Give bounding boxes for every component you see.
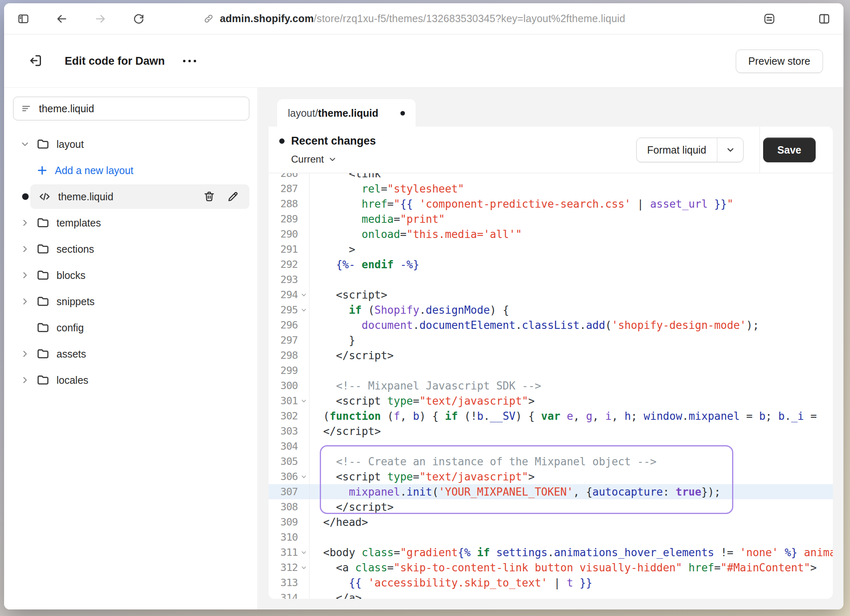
code-line-303[interactable]: 303 </script> (269, 424, 833, 439)
format-liquid-dropdown[interactable] (717, 138, 743, 162)
sidebar-toggle-icon[interactable] (16, 12, 30, 26)
exit-code-editor-icon[interactable] (28, 53, 44, 69)
code-line-291[interactable]: 291 > (269, 242, 833, 257)
tree-item-snippets[interactable]: snippets (13, 288, 249, 315)
code-line-306[interactable]: 306 <script type="text/javascript"> (269, 469, 833, 484)
save-button[interactable]: Save (763, 138, 816, 162)
split-view-icon[interactable] (817, 12, 831, 26)
line-number: 302 (280, 410, 298, 422)
code-line-300[interactable]: 300 <!-- Mixpanel Javascript SDK --> (269, 378, 833, 393)
line-number: 311 (280, 546, 298, 558)
format-liquid-button[interactable]: Format liquid (636, 138, 744, 162)
code-line-293[interactable]: 293 (269, 272, 833, 287)
tree-item-config[interactable]: config (13, 315, 249, 341)
tree-item-sections[interactable]: sections (13, 236, 249, 262)
code-lines: 286 <link287 rel="stylesheet"288 href="{… (269, 173, 833, 599)
code-line-299[interactable]: 299 (269, 363, 833, 378)
fold-slot-empty (298, 499, 309, 514)
code-line-302[interactable]: 302 (function (f, b) { if (!b.__SV) { va… (269, 408, 833, 424)
line-number: 287 (280, 183, 298, 195)
fold-chevron-icon[interactable] (298, 287, 309, 302)
code-text: (function (f, b) { if (!b.__SV) { var e,… (310, 408, 833, 424)
line-number: 291 (280, 243, 298, 255)
code-line-310[interactable]: 310 (269, 530, 833, 545)
chevron-right-icon[interactable] (19, 374, 31, 386)
fold-slot-empty (298, 242, 309, 257)
tree-item-label: Add a new layout (55, 165, 133, 177)
chevron-right-icon[interactable] (19, 269, 31, 281)
code-line-295[interactable]: 295 if (Shopify.designMode) { (269, 302, 833, 317)
tree-item-add-a-new-layout[interactable]: Add a new layout (13, 157, 249, 183)
chevron-down-icon (726, 145, 735, 155)
version-selector[interactable]: Current (291, 154, 337, 165)
fold-chevron-icon[interactable] (298, 560, 309, 575)
line-number: 314 (280, 592, 298, 599)
code-text: rel="stylesheet" (310, 181, 833, 196)
line-number: 312 (280, 562, 298, 573)
code-line-309[interactable]: 309 </head> (269, 514, 833, 530)
fold-chevron-icon[interactable] (298, 302, 309, 317)
trash-icon[interactable] (203, 190, 216, 203)
code-line-312[interactable]: 312 <a class="skip-to-content-link butto… (269, 560, 833, 575)
tree-item-label: sections (57, 243, 94, 255)
recent-changes-title: Recent changes (291, 135, 376, 147)
code-line-287[interactable]: 287 rel="stylesheet" (269, 181, 833, 196)
pencil-icon[interactable] (226, 190, 240, 203)
fold-slot-empty (298, 257, 309, 272)
code-line-294[interactable]: 294 <script> (269, 287, 833, 302)
chevron-right-icon[interactable] (19, 243, 31, 255)
more-actions-icon[interactable] (183, 53, 196, 69)
reload-icon[interactable] (132, 12, 146, 26)
code-line-301[interactable]: 301 <script type="text/javascript"> (269, 393, 833, 408)
code-line-288[interactable]: 288 href="{{ 'component-predictive-searc… (269, 196, 833, 211)
code-line-308[interactable]: 308 </script> (269, 499, 833, 514)
code-line-297[interactable]: 297 } (269, 333, 833, 348)
code-text (310, 530, 833, 545)
tree-item-locales[interactable]: locales (13, 367, 249, 393)
chevron-right-icon[interactable] (19, 295, 31, 308)
fold-chevron-icon[interactable] (298, 469, 309, 484)
chevron-right-icon[interactable] (19, 348, 31, 360)
fold-chevron-icon[interactable] (298, 545, 309, 560)
code-line-313[interactable]: 313 {{ 'accessibility.skip_to_text' | t … (269, 575, 833, 590)
code-line-292[interactable]: 292 {%- endif -%} (269, 257, 833, 272)
code-line-311[interactable]: 311 <body class="gradient{% if settings.… (269, 545, 833, 560)
chevron-down-icon[interactable] (19, 138, 31, 150)
code-line-290[interactable]: 290 onload="this.media='all'" (269, 226, 833, 242)
forward-icon[interactable] (93, 12, 107, 26)
folder-icon (36, 347, 50, 361)
extensions-icon[interactable] (762, 12, 776, 26)
code-line-296[interactable]: 296 document.documentElement.classList.a… (269, 317, 833, 333)
fold-slot-empty (298, 514, 309, 530)
code-line-286[interactable]: 286 <link (269, 173, 833, 181)
chevron-right-icon[interactable] (19, 217, 31, 229)
code-line-305[interactable]: 305 <!-- Create an instance of the Mixpa… (269, 454, 833, 469)
tree-item-templates[interactable]: templates (13, 210, 249, 236)
address-bar[interactable]: admin.shopify.com/store/rzq1xu-f5/themes… (203, 13, 762, 25)
fold-slot-empty (298, 317, 309, 333)
code-text (310, 363, 833, 378)
code-text: <!-- Create an instance of the Mixpanel … (310, 454, 833, 469)
file-search-input[interactable]: theme.liquid (13, 97, 249, 120)
header-divider (760, 127, 760, 173)
code-line-307[interactable]: 307 mixpanel.init('YOUR_MIXPANEL_TOKEN',… (269, 484, 833, 499)
line-number: 289 (280, 213, 298, 225)
tree-item-blocks[interactable]: blocks (13, 262, 249, 288)
chevron-right-icon[interactable] (19, 322, 31, 334)
code-line-304[interactable]: 304 (269, 439, 833, 454)
code-line-314[interactable]: 314 </a> (269, 590, 833, 599)
tab-theme-liquid[interactable]: layout/theme.liquid (277, 99, 416, 127)
back-icon[interactable] (55, 12, 69, 26)
code-line-289[interactable]: 289 media="print" (269, 211, 833, 226)
tree-item-theme-liquid[interactable]: theme.liquid (13, 183, 249, 210)
code-editor[interactable]: 286 <link287 rel="stylesheet"288 href="{… (269, 173, 833, 599)
tree-item-assets[interactable]: assets (13, 341, 249, 367)
tree-item-layout[interactable]: layout (13, 131, 249, 157)
line-number: 307 (280, 486, 298, 498)
fold-chevron-icon[interactable] (298, 393, 309, 408)
folder-icon (36, 268, 50, 282)
preview-store-button[interactable]: Preview store (736, 50, 823, 73)
modified-dot (22, 193, 29, 200)
code-line-298[interactable]: 298 </script> (269, 348, 833, 363)
fold-slot-empty (298, 363, 309, 378)
